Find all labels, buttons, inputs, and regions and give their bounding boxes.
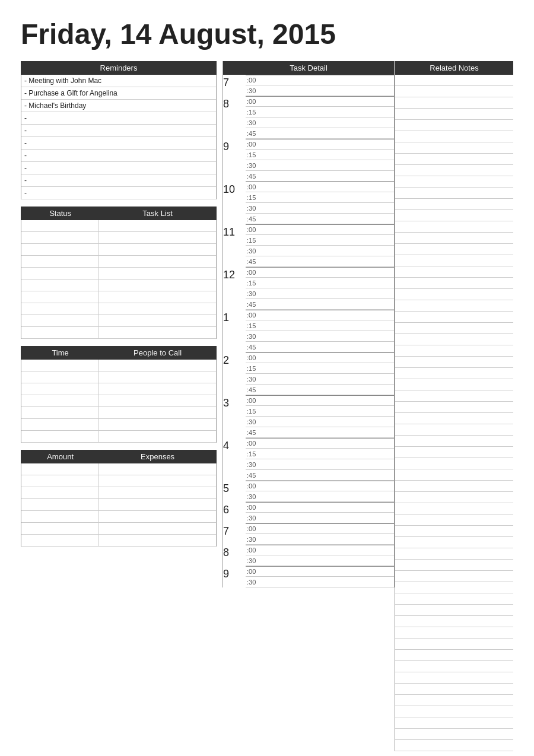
slot-row: :00: [246, 224, 394, 235]
time-slot-group: 7:00:30: [223, 75, 394, 96]
list-item: [395, 278, 513, 289]
slot-row: :45: [246, 256, 394, 267]
main-grid: Reminders - Meeting with John Mac - Purc…: [21, 61, 513, 751]
table-row: [21, 499, 216, 511]
table-row: [21, 315, 216, 327]
slot-label: :00: [246, 525, 262, 532]
slots-col: :00:30: [246, 481, 394, 502]
list-item: [395, 503, 513, 514]
time-slot-group: 3:00:15:30:45: [223, 395, 394, 438]
list-item: [395, 379, 513, 390]
list-item: [395, 120, 513, 131]
slot-label: :15: [246, 365, 262, 372]
table-row: [21, 383, 216, 395]
slot-row: :45: [246, 128, 394, 139]
slot-label: :00: [246, 269, 262, 276]
hour-label: 5: [223, 481, 246, 502]
hour-label: 9: [223, 139, 246, 182]
table-row: [21, 256, 216, 268]
hour-label: 7: [223, 75, 246, 96]
slot-label: :00: [246, 98, 262, 105]
slot-label: :15: [246, 450, 262, 458]
list-item: [395, 424, 513, 436]
hour-label: 2: [223, 352, 246, 395]
slot-row: :00: [246, 182, 394, 192]
list-item: [395, 740, 513, 751]
time-slot-group: 4:00:15:30:45: [223, 438, 394, 481]
slot-label: :45: [246, 173, 262, 180]
slot-label: :15: [246, 151, 262, 158]
slot-label: :00: [246, 183, 262, 190]
list-item: [395, 413, 513, 424]
slot-row: :00: [246, 352, 394, 363]
task-rows: [21, 220, 217, 339]
hour-label: 6: [223, 502, 246, 523]
time-slot-group: 1:00:15:30:45: [223, 310, 394, 352]
hour-label: 10: [223, 182, 246, 224]
slot-label: :45: [246, 301, 262, 308]
page-title: Friday, 14 August, 2015: [21, 18, 513, 50]
list-item: - Purchase a Gift for Angelina: [21, 87, 216, 100]
slot-label: :45: [246, 472, 262, 479]
slot-label: :45: [246, 130, 262, 137]
slot-label: :30: [246, 536, 262, 543]
slot-label: :00: [246, 568, 262, 575]
reminders-list: - Meeting with John Mac - Purchase a Gif…: [21, 75, 217, 199]
left-column: Reminders - Meeting with John Mac - Purc…: [21, 61, 223, 547]
time-people-header: Time People to Call: [21, 346, 217, 360]
list-item: -: [21, 162, 216, 174]
slots-col: :00:15:30:45: [246, 438, 394, 481]
list-item: [395, 469, 513, 481]
list-item: [395, 436, 513, 447]
slots-col: :00:15:30:45: [246, 96, 394, 139]
slot-label: :00: [246, 226, 262, 233]
slot-row: :00: [246, 267, 394, 278]
list-item: [395, 86, 513, 97]
table-row: [21, 327, 216, 339]
expenses-rows: [21, 463, 217, 547]
time-people-section: Time People to Call: [21, 346, 217, 443]
slot-row: :15: [246, 320, 394, 331]
list-item: [395, 684, 513, 695]
slot-label: :45: [246, 215, 262, 223]
list-item: [395, 605, 513, 616]
list-item: [395, 390, 513, 402]
slots-col: :00:15:30:45: [246, 267, 394, 310]
list-item: [395, 514, 513, 526]
slot-row: :45: [246, 385, 394, 395]
slot-label: :00: [246, 504, 262, 511]
list-item: [395, 560, 513, 571]
slot-row: :00: [246, 75, 394, 85]
expenses-section: Amount Expenses: [21, 450, 217, 547]
list-item: [395, 368, 513, 379]
time-slot-group: 6:00:30: [223, 502, 394, 523]
slots-col: :00:30: [246, 75, 394, 96]
table-row: [21, 523, 216, 535]
list-item: -: [21, 137, 216, 150]
slots-col: :00:15:30:45: [246, 352, 394, 395]
hour-label: 4: [223, 438, 246, 481]
slot-row: :45: [246, 171, 394, 182]
list-item: [395, 661, 513, 672]
slots-col: :00:15:30:45: [246, 139, 394, 182]
slots-col: :00:30: [246, 523, 394, 545]
table-row: [21, 244, 216, 256]
table-row: [21, 419, 216, 431]
list-item: [395, 334, 513, 345]
slot-row: :00: [246, 545, 394, 555]
list-item: -: [21, 125, 216, 137]
slot-label: :15: [246, 408, 262, 415]
time-slot-group: 8:00:15:30:45: [223, 96, 394, 139]
list-item: [395, 142, 513, 154]
table-row: [21, 431, 216, 443]
list-item: [395, 571, 513, 582]
slot-row: :30: [246, 85, 394, 96]
list-item: [395, 627, 513, 639]
list-item: [395, 97, 513, 109]
slots-col: :00:30: [246, 502, 394, 523]
list-item: - Michael's Birthday: [21, 100, 216, 112]
list-item: [395, 582, 513, 593]
slot-label: :45: [246, 344, 262, 351]
slot-row: :00: [246, 395, 394, 406]
list-item: [395, 266, 513, 278]
